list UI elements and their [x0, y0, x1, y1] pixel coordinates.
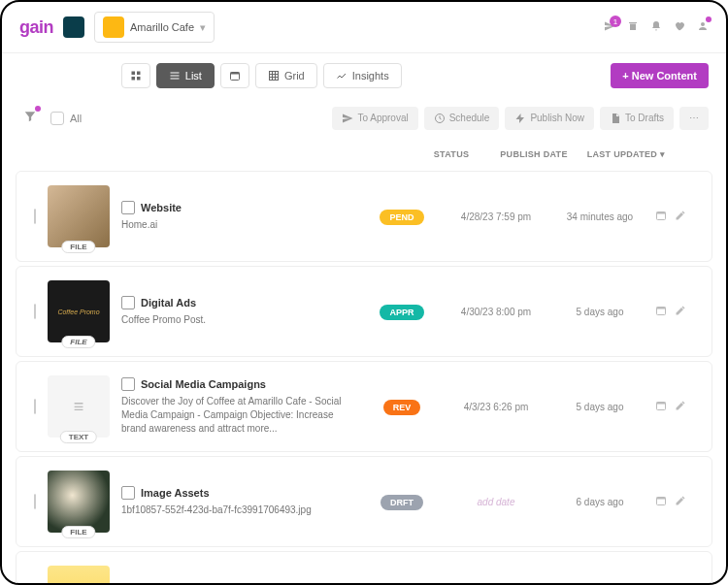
- view-insights-button[interactable]: Insights: [323, 63, 402, 88]
- category-icon: [121, 377, 135, 391]
- filter-icon[interactable]: [19, 106, 41, 130]
- svg-rect-5: [170, 73, 179, 74]
- edit-icon[interactable]: [675, 210, 686, 224]
- content-row[interactable]: FILE Image Assets 1bf10857-552f-423d-ba7…: [16, 456, 712, 547]
- edit-icon[interactable]: [675, 305, 686, 319]
- last-updated: 5 days ago: [556, 307, 644, 317]
- thumb-type-tag: TEXT: [60, 431, 97, 443]
- new-content-button[interactable]: + New Content: [611, 63, 709, 88]
- brand-icon: [103, 16, 124, 38]
- last-updated: 34 minutes ago: [556, 211, 644, 222]
- item-main: Image Assets 1bf10857-552f-423d-ba7f-fc3…: [121, 486, 356, 517]
- row-checkbox[interactable]: [34, 305, 36, 318]
- calendar-icon[interactable]: [655, 495, 667, 509]
- svg-rect-9: [230, 73, 239, 75]
- thumb-type-tag: FILE: [61, 241, 95, 253]
- status-badge: PEND: [380, 210, 423, 225]
- chevron-down-icon: ▾: [200, 21, 206, 34]
- edit-icon[interactable]: [675, 495, 686, 509]
- thumbnail[interactable]: ≡ TEXT: [48, 375, 110, 438]
- last-updated: 6 days ago: [556, 497, 644, 507]
- to-drafts-button[interactable]: To Drafts: [600, 107, 674, 130]
- publish-now-button[interactable]: Publish Now: [505, 107, 594, 130]
- select-all[interactable]: All: [50, 112, 82, 125]
- item-category: Image Assets: [121, 486, 356, 500]
- edit-icon[interactable]: [675, 400, 686, 414]
- row-checkbox[interactable]: [34, 400, 36, 413]
- svg-rect-17: [657, 402, 666, 404]
- publish-date: 4/28/23 7:59 pm: [447, 211, 545, 222]
- publish-date: 4/3/23 6:26 pm: [447, 402, 545, 412]
- svg-rect-1: [131, 72, 135, 76]
- send-icon[interactable]: 1: [604, 19, 615, 35]
- status-badge: REV: [383, 400, 421, 415]
- thumbnail[interactable]: [48, 566, 110, 585]
- svg-rect-4: [137, 77, 141, 81]
- item-category: Website: [121, 201, 356, 214]
- svg-rect-13: [657, 211, 666, 213]
- category-icon: [121, 296, 135, 309]
- item-main: Digital Ads Coffee Promo Post.: [121, 296, 356, 327]
- publish-date[interactable]: add date: [447, 497, 545, 507]
- svg-rect-3: [131, 77, 135, 81]
- table-header: STATUS PUBLISH DATE LAST UPDATED ▾: [2, 142, 726, 167]
- svg-point-0: [701, 22, 705, 26]
- thumb-type-tag: FILE: [61, 336, 95, 348]
- publish-date: 4/30/23 8:00 pm: [447, 307, 545, 317]
- to-approval-button[interactable]: To Approval: [332, 107, 417, 130]
- more-button[interactable]: ⋯: [679, 107, 709, 130]
- content-row[interactable]: ≡ TEXT Social Media Campaigns Discover t…: [16, 361, 712, 452]
- calendar-icon[interactable]: [655, 305, 667, 319]
- svg-rect-7: [170, 79, 179, 80]
- category-icon: [121, 201, 135, 214]
- brand-dropdown[interactable]: Amarillo Cafe ▾: [94, 12, 215, 43]
- logo: gain: [19, 17, 53, 38]
- bell-icon[interactable]: [650, 19, 662, 35]
- brand-name: Amarillo Cafe: [130, 21, 194, 33]
- col-publish-date: PUBLISH DATE: [485, 149, 582, 159]
- content-row[interactable]: FILE Website Home.ai PEND 4/28/23 7:59 p…: [16, 171, 712, 262]
- thumbnail[interactable]: FILE: [48, 471, 110, 533]
- svg-rect-19: [657, 497, 666, 499]
- view-toolbar: List Grid Insights + New Content: [2, 53, 726, 98]
- svg-rect-2: [137, 72, 141, 76]
- send-badge: 1: [610, 16, 621, 27]
- thumbnail[interactable]: FILE: [48, 185, 110, 247]
- category-icon: [121, 486, 135, 500]
- workspace-icon[interactable]: [63, 16, 84, 38]
- content-row[interactable]: Documents: [16, 551, 712, 585]
- heart-icon[interactable]: [674, 19, 685, 35]
- calendar-icon[interactable]: [655, 210, 667, 224]
- header-actions: 1: [604, 19, 709, 35]
- item-main: Website Home.ai: [121, 201, 356, 232]
- status-badge: DRFT: [381, 495, 423, 510]
- item-main: Social Media Campaigns Discover the Joy …: [121, 377, 356, 436]
- item-title: Discover the Joy of Coffee at Amarillo C…: [121, 395, 356, 436]
- top-header: gain Amarillo Cafe ▾ 1: [2, 2, 726, 53]
- thumb-type-tag: FILE: [61, 526, 95, 538]
- item-title: Home.ai: [121, 218, 356, 232]
- view-thumb-button[interactable]: [121, 63, 150, 88]
- filter-actions-row: All To Approval Schedule Publish Now To …: [2, 98, 726, 142]
- item-category: Digital Ads: [121, 296, 356, 309]
- view-grid-button[interactable]: Grid: [255, 63, 317, 88]
- view-list-button[interactable]: List: [156, 63, 215, 88]
- trash-icon[interactable]: [627, 19, 639, 35]
- schedule-button[interactable]: Schedule: [424, 107, 500, 130]
- col-status: STATUS: [417, 149, 485, 159]
- item-title: Coffee Promo Post.: [121, 313, 356, 327]
- content-row[interactable]: Coffee Promo FILE Digital Ads Coffee Pro…: [16, 266, 712, 357]
- row-checkbox[interactable]: [34, 210, 36, 223]
- row-checkbox[interactable]: [34, 495, 36, 508]
- svg-rect-10: [269, 72, 278, 81]
- item-title: 1bf10857-552f-423d-ba7f-fc3991706493.jpg: [121, 504, 356, 517]
- thumbnail[interactable]: Coffee Promo FILE: [48, 280, 110, 342]
- calendar-icon[interactable]: [655, 400, 667, 414]
- status-badge: APPR: [380, 305, 423, 320]
- col-last-updated[interactable]: LAST UPDATED ▾: [582, 149, 670, 159]
- view-calendar-button[interactable]: [220, 63, 249, 88]
- items-list: FILE Website Home.ai PEND 4/28/23 7:59 p…: [2, 171, 726, 585]
- last-updated: 5 days ago: [556, 402, 644, 412]
- svg-rect-6: [170, 76, 179, 77]
- user-icon[interactable]: [697, 19, 709, 35]
